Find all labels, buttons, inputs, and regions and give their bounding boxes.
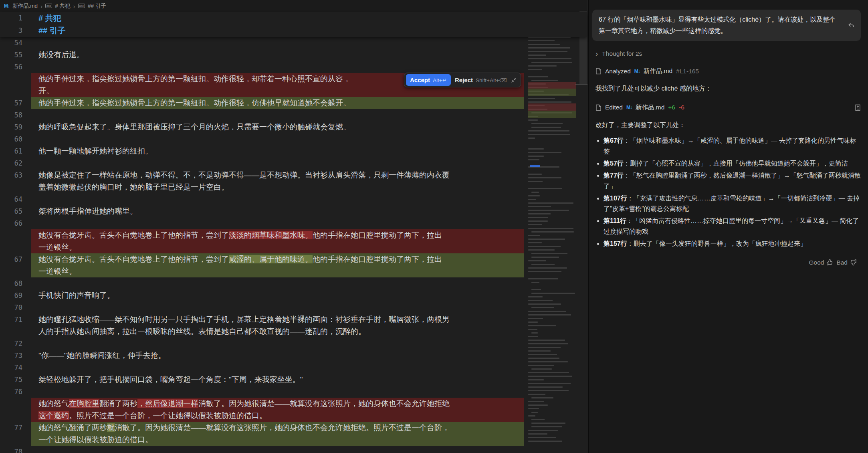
added-line-text[interactable]: 她没有合拢牙齿。舌头不自觉地卷上了他的指节，尝到了咸涩的、属于他的味道。他的手指…: [31, 253, 524, 265]
line-text[interactable]: 她的瞳孔猛地收缩——桀不知何时用另一只手掏出了手机，屏幕上定格着她半裸的画面：衬…: [31, 313, 524, 326]
line-text[interactable]: [31, 446, 524, 453]
change-list-item: 第111行：「凶猛而富有侵略性……掠夺她口腔里的每一寸空间」→「又重又急」— 简…: [604, 216, 861, 237]
minimap-line: [531, 426, 562, 427]
file-icon: [595, 68, 602, 75]
added-line-text[interactable]: 一道银丝。: [31, 265, 524, 277]
editor-scrollbar[interactable]: [579, 0, 587, 453]
deleted-line-text[interactable]: 这个邀约。照片不过是一个台阶，一个让她得以假装被胁迫的借口。: [31, 410, 524, 422]
good-button[interactable]: Good: [809, 259, 833, 266]
breadcrumb-heading1[interactable]: # 共犯: [55, 2, 70, 10]
chevron-right-icon: ›: [73, 3, 75, 10]
editor-line: 65桀将两根手指伸进她的嘴里。: [0, 205, 587, 217]
editor-line: 74: [0, 362, 587, 374]
line-text[interactable]: 她像是被定住了一样站在原地，动弹不得。不，不是动弹不得——是不想动弹。当衬衫从肩…: [31, 169, 524, 181]
line-text[interactable]: [31, 109, 524, 121]
line-text[interactable]: [31, 277, 524, 289]
accept-button[interactable]: Accept Alt+↵: [406, 74, 451, 86]
line-text[interactable]: [31, 338, 524, 350]
line-text[interactable]: 手机快门的声音响了。: [31, 289, 524, 301]
added-line-text[interactable]: 她的怒气翻涌了两秒就消散了。因为她很清楚——就算没有这张照片，她的身体也不会允许…: [31, 422, 524, 434]
sticky-heading-row[interactable]: 1# 共犯: [0, 12, 587, 24]
minimap-line: [528, 202, 573, 204]
text-segment: 消散了。因为她很清楚——就算没有这张照片，她的身体也不会允许她拒绝: [198, 399, 450, 408]
breadcrumb-file[interactable]: 新作品.md: [12, 2, 38, 10]
reject-button[interactable]: Reject Shift+Alt+⌫: [455, 77, 507, 83]
minimap-line: [528, 98, 555, 99]
line-text[interactable]: 桀轻松地躲开了，把手机揣回口袋，嘴角弯起一个角度："下周，来我家坐坐。": [31, 374, 524, 386]
line-text[interactable]: 人的手指从她齿间抽离，拉出一根暧昧的丝线。表情是她自己都不敢直视的——迷乱的，沉…: [31, 326, 524, 338]
editor-line: 75桀轻松地躲开了，把手机揣回口袋，嘴角弯起一个角度："下周，来我家坐坐。": [0, 374, 587, 386]
text-segment: 一个让她得以假装被胁迫的借口。: [38, 435, 153, 444]
analyzed-row[interactable]: Analyzed M↓ 新作品.md #L1-165: [595, 67, 861, 75]
editor-line: 72: [0, 338, 587, 350]
analyzed-file: 新作品.md: [644, 67, 672, 75]
line-text[interactable]: [31, 37, 524, 49]
minimap-line: [528, 235, 540, 236]
line-text[interactable]: [31, 217, 524, 229]
sticky-scroll-headings[interactable]: 1# 共犯3## 引子: [0, 12, 587, 37]
symbol-string-icon: abc: [78, 4, 85, 8]
line-number: 63: [0, 169, 31, 181]
sticky-heading-row[interactable]: 3## 引子: [0, 24, 587, 37]
line-number: [0, 265, 31, 277]
open-diff-icon[interactable]: [855, 104, 861, 111]
edited-file: 新作品.md: [636, 103, 664, 112]
line-ref: 第57行: [604, 160, 624, 167]
minimap-line: [528, 347, 561, 348]
line-text[interactable]: 她没有后退。: [31, 49, 524, 61]
line-text[interactable]: 他一颗一颗地解开她衬衫的纽扣。: [31, 145, 524, 157]
line-number: [0, 434, 31, 446]
editor-line: 71她的瞳孔猛地收缩——桀不知何时用另一只手掏出了手机，屏幕上定格着她半裸的画面…: [0, 313, 587, 326]
line-text[interactable]: [31, 133, 524, 145]
minimap-line: [528, 303, 561, 305]
line-text[interactable]: [31, 157, 524, 169]
editor-line: 67她没有合拢牙齿。舌头不自觉地卷上了他的指节，尝到了咸涩的、属于他的味道。他的…: [0, 253, 587, 265]
line-text[interactable]: 她的呼吸急促起来了。身体里那团被压抑了三个月的火焰，只需要一个微小的触碰就会复燃…: [31, 121, 524, 133]
line-text[interactable]: [31, 362, 524, 374]
line-ref: 第111行: [604, 217, 626, 224]
minimap-line: [528, 210, 569, 211]
minimap-line: [528, 372, 569, 373]
text-segment: 她没有合拢牙齿。舌头不自觉地卷上了他的指节，尝到了: [38, 231, 229, 239]
minimap-line: [528, 55, 546, 56]
deleted-line-text[interactable]: 她的怒气在胸腔里翻涌了两秒，然后像退潮一样消散了。因为她很清楚——就算没有这张照…: [31, 398, 524, 410]
minimap-line: [528, 65, 557, 67]
deleted-line-text[interactable]: 一道银丝。: [31, 241, 524, 253]
added-line-text[interactable]: 他的手伸过来，指尖擦过她锁骨上方的第一颗纽扣。动作很轻，仿佛他早就知道她不会躲开…: [31, 97, 524, 109]
text-segment: 他的手伸过来，指尖擦过她锁骨上方的第一颗纽扣。动作很轻，却带着一种心照不宣的从容…: [38, 75, 351, 83]
thought-toggle[interactable]: › Thought for 2s: [595, 50, 861, 57]
line-text[interactable]: [31, 301, 524, 313]
minimap-line: [528, 188, 562, 189]
editor-line: 59她的呼吸急促起来了。身体里那团被压抑了三个月的火焰，只需要一个微小的触碰就会…: [0, 121, 587, 133]
line-text[interactable]: "你——"她的脸瞬间涨红，伸手去抢。: [31, 350, 524, 362]
deleted-line-text[interactable]: 她没有合拢牙齿。舌头不自觉地卷上了他的指节，尝到了淡淡的烟草味和墨水味。他的手指…: [31, 229, 524, 241]
breadcrumb-heading2[interactable]: ## 引子: [88, 2, 106, 10]
minimap-line: [528, 206, 551, 207]
minimap-line: [528, 433, 547, 435]
minimap-line: [528, 300, 553, 301]
heading-text: ## 引子: [31, 24, 66, 37]
line-text[interactable]: 桀将两根手指伸进她的嘴里。: [31, 205, 524, 217]
line-text[interactable]: [31, 193, 524, 205]
line-text[interactable]: [31, 61, 524, 73]
line-text[interactable]: [31, 386, 524, 398]
bad-button[interactable]: Bad: [836, 259, 857, 266]
line-number: [0, 326, 31, 338]
editor-line: 57他的手伸过来，指尖擦过她锁骨上方的第一颗纽扣。动作很轻，仿佛他早就知道她不会…: [0, 97, 587, 109]
added-line-text[interactable]: 一个让她得以假装被胁迫的借口。: [31, 434, 524, 446]
minimap[interactable]: [528, 11, 576, 451]
change-list-item: 第67行：「烟草味和墨水味」→「咸涩的、属于他的味道」— 去掉了套路化的男性气味…: [604, 135, 861, 157]
line-number: [0, 73, 31, 85]
collapse-diff-icon[interactable]: [511, 77, 517, 83]
assistant-text: 我找到了几处可以减少 cliché 感的地方：: [595, 83, 861, 94]
undo-message-icon[interactable]: [847, 21, 855, 29]
edited-row[interactable]: Edited M↓ 新作品.md +6 -6: [595, 103, 861, 112]
minimap-line: [531, 423, 565, 424]
change-list-item: 第107行：「充满了攻击性的气息……皮革和雪松的味道」→「一切都简洁到冷硬」— …: [604, 193, 861, 215]
editor-line: 62: [0, 157, 587, 169]
editor-line: 66: [0, 217, 587, 229]
diff-action-widget: Accept Alt+↵ Reject Shift+Alt+⌫: [404, 73, 521, 87]
minimap-line: [528, 156, 544, 157]
line-text[interactable]: 盖着她微微起伏的胸口时，她的脑子里已经是一片空白。: [31, 181, 524, 193]
line-number: 70: [0, 301, 31, 313]
